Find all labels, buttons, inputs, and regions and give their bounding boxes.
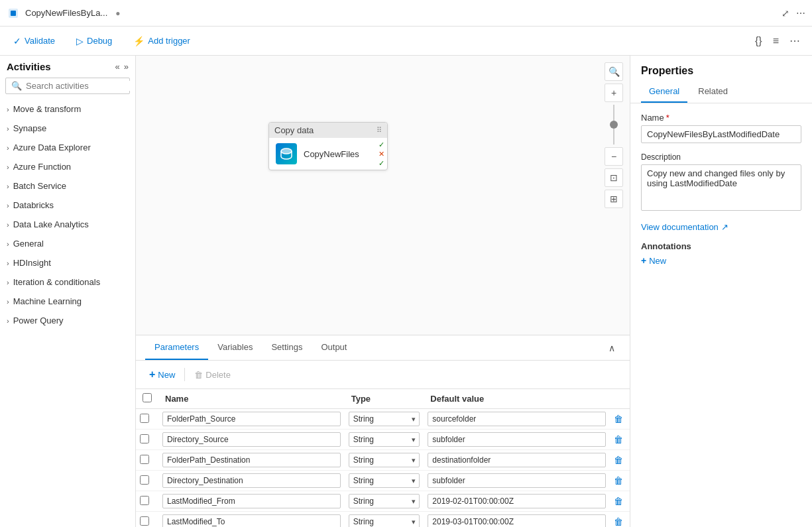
validate-icon: ✓ (13, 36, 21, 46)
param-default-input[interactable] (428, 473, 606, 488)
param-default-input[interactable] (428, 453, 606, 467)
param-name-input[interactable] (162, 453, 341, 467)
param-type-select[interactable]: StringBoolIntFloatArrayObject (349, 494, 420, 508)
chevron-icon: › (7, 240, 9, 248)
app-icon (7, 7, 20, 20)
chevron-icon: › (7, 317, 9, 325)
sidebar-item-label: Machine Learning (13, 296, 82, 306)
sidebar-item-batch-service[interactable]: ›Batch Service (0, 176, 135, 196)
row-checkbox[interactable] (140, 414, 149, 423)
tab-close-icon[interactable]: ● (115, 9, 120, 18)
chevron-icon: › (7, 298, 9, 306)
delete-row-button[interactable]: 🗑 (614, 434, 623, 445)
param-name-input[interactable] (162, 514, 341, 527)
row-checkbox[interactable] (140, 496, 149, 505)
sidebar-item-azure-data-explorer[interactable]: ›Azure Data Explorer (0, 138, 135, 157)
sidebar-item-general[interactable]: ›General (0, 234, 135, 253)
param-name-input[interactable] (162, 494, 341, 508)
props-tab-general[interactable]: General (641, 81, 687, 103)
sidebar-item-move-transform[interactable]: ›Move & transform (0, 99, 135, 119)
sidebar-item-azure-function[interactable]: ›Azure Function (0, 157, 135, 176)
add-annotation-button[interactable]: + New (641, 255, 666, 266)
delete-row-button[interactable]: 🗑 (614, 496, 623, 506)
delete-row-button[interactable]: 🗑 (614, 475, 623, 486)
param-default-input[interactable] (428, 494, 606, 508)
param-name-input[interactable] (162, 473, 341, 488)
param-name-input[interactable] (162, 432, 341, 447)
activity-name: CopyNewFiles (304, 149, 359, 159)
param-type-select[interactable]: StringBoolIntFloatArrayObject (349, 412, 420, 426)
expand-icon[interactable]: ⤢ (782, 8, 789, 19)
sidebar-item-label: Azure Function (13, 162, 71, 172)
sidebar: Activities « » 🔍 ›Move & transform›Synap… (0, 56, 136, 527)
code-icon[interactable]: {} (752, 32, 765, 50)
canvas-right-toolbar: 🔍 + − ⊡ ⊞ (605, 62, 623, 208)
search-input[interactable] (26, 81, 136, 91)
name-input[interactable] (641, 125, 801, 143)
param-table: Name Type Default value StringBoolIntFlo… (136, 389, 630, 527)
canvas-zoom-thumb[interactable] (610, 121, 618, 129)
row-checkbox[interactable] (140, 434, 149, 443)
param-type-select[interactable]: StringBoolIntFloatArrayObject (349, 453, 420, 467)
row-checkbox[interactable] (140, 516, 149, 526)
sidebar-item-databricks[interactable]: ›Databricks (0, 196, 135, 215)
canvas-search-button[interactable]: 🔍 (605, 62, 623, 81)
row-checkbox[interactable] (140, 475, 149, 485)
tab-settings[interactable]: Settings (262, 335, 312, 360)
add-trigger-button[interactable]: ⚡ Add trigger (129, 33, 194, 49)
collapse-left-icon[interactable]: « (115, 62, 120, 72)
tab-output[interactable]: Output (312, 335, 356, 360)
param-type-wrapper: StringBoolIntFloatArrayObject (349, 432, 420, 447)
sidebar-item-data-lake-analytics[interactable]: ›Data Lake Analytics (0, 215, 135, 234)
validate-button[interactable]: ✓ Validate (9, 33, 59, 49)
more-options-icon[interactable]: ⋯ (796, 8, 805, 19)
status-success-icon: ✓ (378, 141, 384, 149)
delete-row-button[interactable]: 🗑 (614, 455, 623, 465)
view-documentation-link[interactable]: View documentation ↗ (641, 222, 801, 232)
activity-node[interactable]: Copy data ⠿ CopyNewFiles ✓ ✕ ✓ (268, 122, 388, 170)
tab-parameters[interactable]: Parameters (145, 335, 208, 360)
delete-row-button[interactable]: 🗑 (614, 516, 623, 527)
delete-row-button[interactable]: 🗑 (614, 414, 623, 424)
validate-label: Validate (25, 36, 55, 46)
tab-variables[interactable]: Variables (208, 335, 262, 360)
canvas-grid-button[interactable]: ⊞ (605, 190, 623, 208)
search-box[interactable]: 🔍 (5, 78, 130, 94)
canvas-zoom-slider[interactable] (613, 105, 614, 145)
canvas-zoom-out-button[interactable]: − (605, 147, 623, 166)
new-param-label: New (158, 370, 175, 380)
canvas-main[interactable]: Copy data ⠿ CopyNewFiles ✓ ✕ ✓ (136, 56, 630, 335)
sidebar-item-iteration-conditionals[interactable]: ›Iteration & conditionals (0, 272, 135, 292)
description-textarea[interactable]: Copy new and changed files only by using… (641, 164, 801, 211)
param-default-input[interactable] (428, 432, 606, 447)
properties-title: Properties (630, 56, 812, 81)
activity-card[interactable]: Copy data ⠿ CopyNewFiles ✓ ✕ ✓ (268, 122, 388, 170)
chevron-icon: › (7, 105, 9, 113)
select-all-checkbox[interactable] (143, 393, 152, 402)
monitor-icon[interactable]: ≡ (770, 32, 782, 50)
delete-label: Delete (205, 370, 231, 380)
new-param-button[interactable]: + New (145, 366, 179, 383)
param-default-input[interactable] (428, 412, 606, 426)
tab-label[interactable]: CopyNewFilesByLa... (25, 8, 107, 18)
chevron-icon: › (7, 259, 9, 267)
delete-param-button[interactable]: 🗑 Delete (190, 367, 235, 382)
props-tab-related[interactable]: Related (690, 81, 736, 103)
sidebar-item-power-query[interactable]: ›Power Query (0, 311, 135, 330)
param-type-select[interactable]: StringBoolIntFloatArrayObject (349, 514, 420, 527)
collapse-right-icon[interactable]: » (124, 62, 129, 72)
param-type-select[interactable]: StringBoolIntFloatArrayObject (349, 473, 420, 488)
row-checkbox[interactable] (140, 455, 149, 464)
canvas-fit-button[interactable]: ⊡ (605, 168, 623, 187)
canvas-zoom-in-button[interactable]: + (605, 84, 623, 102)
panel-collapse-icon[interactable]: ∧ (609, 343, 615, 353)
sidebar-item-machine-learning[interactable]: ›Machine Learning (0, 292, 135, 311)
chevron-icon: › (7, 221, 9, 229)
param-type-select[interactable]: StringBoolIntFloatArrayObject (349, 432, 420, 447)
param-default-input[interactable] (428, 514, 606, 527)
param-name-input[interactable] (162, 412, 341, 426)
debug-button[interactable]: ▷ Debug (72, 33, 116, 49)
sidebar-item-synapse[interactable]: ›Synapse (0, 119, 135, 138)
sidebar-item-hdinsight[interactable]: ›HDInsight (0, 253, 135, 272)
more-menu-icon[interactable]: ⋯ (787, 32, 803, 50)
